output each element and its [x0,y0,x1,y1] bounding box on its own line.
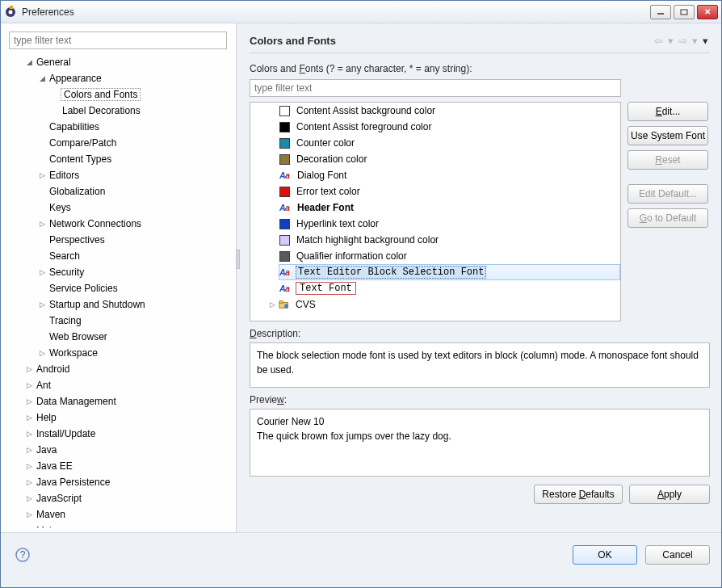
use-system-font-button[interactable]: Use System Font [628,126,708,145]
view-menu-icon[interactable]: ▾ [701,35,710,47]
colors-fonts-list[interactable]: Content Assist background colorContent A… [250,102,621,321]
list-item[interactable]: Content Assist foreground color [279,119,620,135]
tree-item[interactable]: Content Types [9,151,211,167]
expand-icon[interactable]: ▷ [23,510,35,519]
nav-back-menu-icon[interactable]: ▾ [666,35,675,47]
tree-item[interactable]: ▷Ant [9,377,211,393]
tree-item-label: Label Decorations [61,105,142,116]
tree-item[interactable]: ▷Maven [9,506,211,523]
list-item[interactable]: Hyperlink text color [279,216,620,232]
close-button[interactable]: ✕ [697,5,718,19]
ok-button[interactable]: OK [573,545,637,565]
expand-icon[interactable]: ▷ [23,478,35,486]
tree-item[interactable]: Label Decorations [9,103,211,119]
list-item[interactable]: AaText Font [279,280,620,296]
tree-item[interactable]: ▷Mylyn [9,523,211,527]
tree-item[interactable]: ▷Data Management [9,393,211,410]
tree-item[interactable]: ▷Security [9,264,211,280]
nav-forward-icon[interactable]: ⇨ [677,35,689,47]
expand-icon[interactable]: ▷ [36,268,48,276]
tree-item[interactable]: Web Browser [9,329,211,345]
color-swatch [279,251,290,262]
edit-button[interactable]: Edit... [628,102,708,121]
expand-icon[interactable]: ▷ [23,414,35,422]
list-item-label: Content Assist background color [295,105,437,116]
list-item[interactable]: AaHeader Font [279,200,620,216]
window-title: Preferences [22,6,650,18]
apply-button[interactable]: Apply [629,485,710,504]
tree-item[interactable]: ▷Java Persistence [9,474,211,490]
expand-icon[interactable]: ▷ [23,527,35,527]
tree-item[interactable]: ▷Network Connections [9,216,211,232]
expand-icon[interactable]: ▷ [23,446,35,454]
tree-item[interactable]: Globalization [9,183,211,200]
tree-item[interactable]: Perspectives [9,232,211,248]
tree-item[interactable]: ◢General [9,54,211,70]
tree-item[interactable]: Capabilities [9,119,211,135]
splitter[interactable] [237,23,240,532]
tree-item[interactable]: ▷JavaScript [9,490,211,506]
minimize-button[interactable] [650,5,671,19]
expand-icon[interactable]: ▷ [23,494,35,502]
expand-icon[interactable]: ▷ [267,300,278,309]
help-icon[interactable]: ? [12,544,33,565]
expand-icon[interactable]: ▷ [23,365,35,373]
tree-item[interactable]: Colors and Fonts [9,86,211,103]
tree-item[interactable]: ▷Java EE [9,458,211,474]
tree-item[interactable]: ▷Startup and Shutdown [9,296,211,313]
tree-item[interactable]: ◢Appearance [9,70,211,86]
tree-item[interactable]: ▷Help [9,410,211,426]
expand-icon[interactable]: ▷ [23,397,35,405]
tree-item[interactable]: ▷Workspace [9,345,211,361]
expand-icon[interactable]: ▷ [36,171,48,179]
title-bar: Preferences ✕ [1,1,721,23]
list-item[interactable]: Match highlight background color [279,232,620,248]
tree-item-label: Data Management [35,396,118,407]
tree-item[interactable]: ▷Java [9,442,211,458]
list-item-label: Header Font [296,202,355,213]
svg-point-1 [9,10,13,14]
expand-icon[interactable]: ▷ [36,349,48,357]
tree-item[interactable]: Keys [9,200,211,216]
tree-item-label: Capabilities [48,121,101,132]
nav-back-icon[interactable]: ⇦ [653,35,665,47]
tree-item[interactable]: Compare/Patch [9,135,211,151]
maximize-button[interactable] [674,5,695,19]
cancel-button[interactable]: Cancel [645,545,710,565]
list-item-label: Decoration color [295,153,368,165]
tree-item[interactable]: ▷Android [9,361,211,377]
list-item[interactable]: AaText Editor Block Selection Font [279,264,620,280]
list-item[interactable]: Error text color [279,183,620,200]
font-icon: Aa [279,170,292,181]
tree-item-label: Help [35,412,58,423]
list-item[interactable]: Qualifier information color [279,248,620,264]
font-icon: Aa [279,284,292,294]
svg-text:a: a [285,267,290,277]
tree-item-label: Tracing [48,315,83,326]
list-item[interactable]: ▷CVS [267,296,620,313]
expand-icon[interactable]: ▷ [23,462,35,470]
list-filter-input[interactable] [250,79,621,97]
tree-item[interactable]: ▷Editors [9,167,211,183]
restore-defaults-button[interactable]: Restore Defaults [534,485,623,504]
preference-tree[interactable]: ◢General◢AppearanceColors and FontsLabel… [9,54,231,527]
collapse-icon[interactable]: ◢ [36,74,48,82]
list-item-label: CVS [294,299,317,310]
list-item[interactable]: Content Assist background color [279,103,620,119]
list-item[interactable]: Decoration color [279,151,620,167]
collapse-icon[interactable]: ◢ [23,58,35,66]
expand-icon[interactable]: ▷ [36,300,48,309]
expand-icon[interactable]: ▷ [23,381,35,389]
expand-icon[interactable]: ▷ [36,220,48,228]
tree-filter-input[interactable] [9,32,227,49]
tree-item[interactable]: ▷Install/Update [9,426,211,442]
color-swatch [279,122,290,132]
list-item-label: Error text color [295,186,362,197]
expand-icon[interactable]: ▷ [23,430,35,438]
tree-item[interactable]: Search [9,248,211,264]
list-item[interactable]: Counter color [279,135,620,151]
nav-forward-menu-icon[interactable]: ▾ [691,35,699,47]
list-item[interactable]: AaDialog Font [279,167,620,183]
tree-item[interactable]: Tracing [9,313,211,329]
tree-item[interactable]: Service Policies [9,280,211,296]
